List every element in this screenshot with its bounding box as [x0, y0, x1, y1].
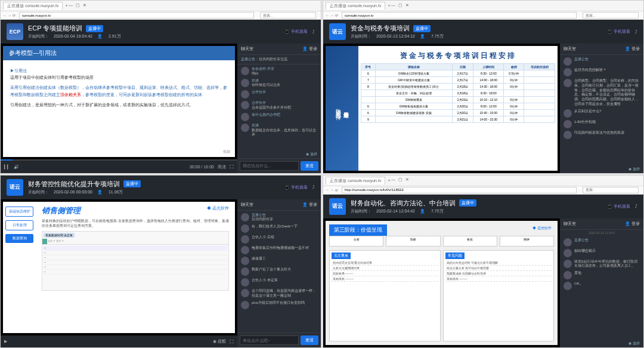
maximize-icon[interactable]: ▢ — [397, 177, 403, 183]
chat-message: 都有哪些截示 — [561, 248, 642, 258]
chat-input[interactable] — [240, 335, 299, 345]
share-icon[interactable]: ⤴ — [312, 185, 315, 189]
table-row: 92月21日14:00 - 15:300分钟 — [361, 116, 555, 123]
chat-login[interactable]: 👤 登录 — [625, 46, 640, 52]
minimize-icon[interactable]: — — [390, 177, 396, 183]
forward-icon[interactable]: → — [330, 14, 334, 17]
chat-tab[interactable]: 聊天室 — [564, 221, 576, 227]
minimize-icon[interactable]: — — [67, 3, 73, 9]
refresh-icon[interactable]: ⟳ — [335, 13, 338, 17]
browser-tab[interactable]: 正在播放 console.nuoyun.tv — [3, 2, 63, 10]
slide: 第三阶段：价值呈现 ◆ 远光软件 分析剖析务实测评 关注重点把内容完全呈现 重点… — [326, 221, 558, 346]
minimize-icon[interactable]: — — [390, 3, 396, 9]
chat-message: 谢谢唐工 — [239, 255, 320, 266]
share-icon[interactable]: ⤴ — [312, 30, 315, 34]
viewers-icon: 👤 — [97, 34, 103, 38]
close-icon[interactable]: ✕ — [404, 3, 410, 9]
chat-side[interactable]: ◉ 选择 — [560, 340, 643, 347]
chat-login[interactable]: 👤 登录 — [302, 202, 317, 208]
refresh-icon[interactable]: ⟳ — [335, 188, 338, 192]
nav-btn-2[interactable]: 日常处理 — [5, 220, 33, 230]
start-time: 2020-02-06 00:00:00 — [54, 190, 92, 194]
list-item: 实际效果──── — [332, 271, 438, 276]
search-box[interactable] — [583, 12, 639, 19]
send-button[interactable]: 发送 — [301, 161, 318, 171]
stream-title: ECP 专项提能培训 — [28, 24, 82, 33]
viewers-icon: 👤 — [420, 34, 425, 38]
quality-button[interactable]: 高清 — [218, 164, 226, 170]
avatar-icon — [241, 301, 249, 309]
phone-view-link[interactable]: 📱 手机观看 — [607, 204, 630, 210]
address-bar[interactable] — [342, 187, 577, 193]
browser-tab[interactable]: 正在播放 console.nuoyun.tv — [326, 177, 385, 184]
close-icon[interactable]: ✕ — [404, 177, 410, 183]
phone-view-link[interactable]: 📱 手机观看 — [284, 29, 308, 35]
pane-bottom-right: 正在播放 console.nuoyun.tv + —▢✕ ←→⟳ 诺云 财务自动… — [323, 175, 644, 349]
fullscreen-icon[interactable]: ⛶ — [230, 340, 234, 344]
share-icon[interactable]: ⤴ — [635, 30, 637, 34]
chat-tab[interactable]: 聊天室 — [241, 46, 253, 52]
video-controls: ▶ ◉ 提醒 ⛶ — [1, 335, 237, 347]
viewer-count: 11.06万 — [109, 190, 123, 194]
browser-tab[interactable]: 正在播放 console.nuoyun.tv — [326, 2, 385, 10]
time-display: 00:00 / 16:00 — [190, 165, 214, 169]
start-time: 2020-02-14 12:04:42 — [376, 209, 415, 213]
stream-header: ECP ECP 专项提能培训直播中 开始时间：2020-02-04 18:04:… — [1, 20, 321, 44]
forward-icon[interactable]: → — [330, 188, 334, 192]
chat-message: 合伙人小·未定算 — [239, 277, 320, 288]
chat-message: 直播公告 — [561, 56, 642, 67]
close-icon[interactable]: ✕ — [82, 3, 88, 9]
nav-btn-1[interactable]: 基础信息维护 — [5, 207, 33, 217]
chat-login[interactable]: 👤 登录 — [302, 46, 317, 52]
play-button[interactable]: ▶ — [4, 339, 7, 344]
chat-side[interactable]: ◉ 选择 — [560, 165, 643, 173]
play-button[interactable]: ▎▎ — [4, 165, 10, 170]
record-button[interactable]: ◉ 提醒 — [213, 338, 226, 344]
chat-message: 郑涛数据组合自动合并，也支持的，也可以合并 — [239, 122, 320, 138]
back-icon[interactable]: ← — [326, 188, 329, 192]
chat-message: 我家户近了这个量太巨大 — [239, 266, 320, 277]
chat-message: 郑涛有时候也可以合并 — [239, 78, 320, 90]
forward-icon[interactable]: → — [8, 14, 11, 17]
chat-side[interactable]: ◉ 选择 — [237, 150, 321, 158]
slide-line3: 采用引用创建法创建实体（数据模型），会自动继承参考模型中项目、规则运算、映表达式… — [10, 84, 228, 97]
search-box[interactable] — [583, 187, 639, 193]
address-bar[interactable] — [342, 12, 577, 19]
chat-tab[interactable]: 聊天室 — [241, 202, 253, 208]
start-time: 2020-02-13 12:04:12 — [376, 34, 415, 38]
chat-input[interactable] — [240, 161, 299, 171]
address-bar[interactable] — [19, 12, 254, 19]
slide-sidebar: 培训录像来开始敬请耐心等待 — [326, 46, 358, 171]
back-icon[interactable]: ← — [326, 14, 329, 17]
phase-box: 务实 — [443, 236, 497, 247]
chat-tab[interactable]: 聊天室 — [564, 46, 576, 52]
chat-login[interactable]: 👤 登录 — [625, 221, 640, 227]
browser-chrome: 正在播放 console.nuoyun.tv + — ▢ ✕ — [1, 1, 321, 11]
chat-message: 合作伙伴合并是因为业务不开分吧 — [239, 100, 320, 112]
phase-box: 剖析 — [386, 236, 440, 247]
maximize-icon[interactable]: ▢ — [75, 3, 80, 9]
avatar-icon — [564, 249, 572, 257]
slide-col-2: 常见问题高的方向在总结时 可难点分析不易理解组合方案分析 高可知识不够完善预案暂… — [443, 250, 555, 342]
start-time: 2020-02-04 18:04:42 — [54, 34, 92, 38]
avatar-icon — [241, 101, 249, 109]
chat-timestamp: 2020-02-14 13:14:5 — [560, 230, 643, 236]
back-icon[interactable]: ← — [3, 14, 7, 17]
live-badge: 直播中 — [459, 199, 476, 207]
live-badge: 直播中 — [86, 25, 103, 32]
stream-title: 资金与税务专项培训 — [351, 24, 410, 33]
share-icon[interactable]: ⤴ — [635, 204, 637, 208]
search-box[interactable] — [260, 12, 316, 19]
slide-heading: 第三阶段：价值呈现 — [329, 224, 387, 236]
maximize-icon[interactable]: ▢ — [397, 3, 403, 9]
send-button[interactable]: 发送 — [301, 335, 318, 345]
table-header: 课程名称 — [375, 64, 452, 70]
nav-btn-3[interactable]: 数据查询 — [5, 234, 33, 243]
volume-icon[interactable]: 🔊 — [14, 165, 19, 170]
phone-view-link[interactable]: 📱 手机观看 — [607, 29, 630, 35]
slide-heading: 资金与税务专项培训日程安排 — [361, 48, 555, 63]
fullscreen-icon[interactable]: ⛶ — [230, 165, 234, 169]
refresh-icon[interactable]: ⟳ — [13, 13, 16, 17]
browser-chrome: 正在播放 console.nuoyun.tv + —▢✕ — [323, 175, 643, 186]
phone-view-link[interactable]: 📱 手机观看 — [284, 184, 308, 190]
